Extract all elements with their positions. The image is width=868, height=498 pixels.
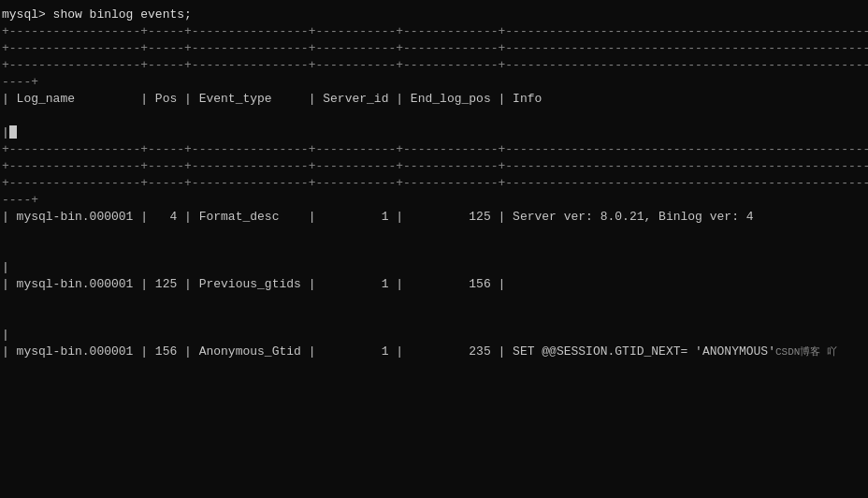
mid-border-1: +------------------+-----+--------------… [0, 140, 868, 157]
pipe-before-cursor-2: | [2, 260, 9, 274]
header-text: | Log_name | Pos | Event_type | Server_i… [2, 92, 868, 106]
data-row-1: | mysql-bin.000001 | 4 | Format_desc | 1… [0, 208, 868, 225]
row2-text: | mysql-bin.000001 | 125 | Previous_gtid… [2, 277, 868, 291]
empty-line-4 [0, 292, 868, 309]
row3-text: | mysql-bin.000001 | 156 | Anonymous_Gti… [2, 344, 775, 359]
top-border-3: +------------------+-----+--------------… [0, 56, 868, 73]
mid-border-2: +------------------+-----+--------------… [0, 157, 868, 174]
cursor [9, 125, 17, 139]
empty-line-5 [0, 309, 868, 326]
border-text-3: +------------------+-----+--------------… [2, 58, 868, 72]
empty-line-2 [0, 225, 868, 242]
prompt-line: mysql> show binlog events; [0, 6, 868, 22]
border-text-2: +------------------+-----+--------------… [2, 41, 868, 55]
row1-text: | mysql-bin.000001 | 4 | Format_desc | 1… [2, 210, 868, 224]
prompt-text: mysql> show binlog events; [2, 7, 192, 22]
row3-watermark: CSDN博客 吖 [775, 344, 837, 359]
cursor-line-2: | [0, 258, 868, 275]
top-border-partial: ----+ [0, 73, 868, 90]
pipe-before-cursor-3: | [2, 328, 9, 342]
header-row: | Log_name | Pos | Event_type | Server_i… [0, 90, 868, 107]
empty-line-3 [0, 242, 868, 258]
top-border-2: +------------------+-----+--------------… [0, 39, 868, 56]
mid-border-partial: ----+ [0, 191, 868, 208]
mid-border-3: +------------------+-----+--------------… [0, 174, 868, 191]
top-border-1: +------------------+-----+--------------… [0, 22, 868, 39]
empty-line-1 [0, 107, 868, 124]
terminal-window: mysql> show binlog events; +------------… [0, 0, 868, 498]
cursor-line-3: | [0, 326, 868, 343]
border-text-1: +------------------+-----+--------------… [2, 24, 868, 38]
cursor-line: | [0, 124, 868, 140]
border-partial: ----+ [2, 75, 38, 89]
data-row-2: | mysql-bin.000001 | 125 | Previous_gtid… [0, 275, 868, 292]
pipe-before-cursor: | [2, 125, 9, 139]
data-row-3: | mysql-bin.000001 | 156 | Anonymous_Gti… [0, 343, 868, 359]
